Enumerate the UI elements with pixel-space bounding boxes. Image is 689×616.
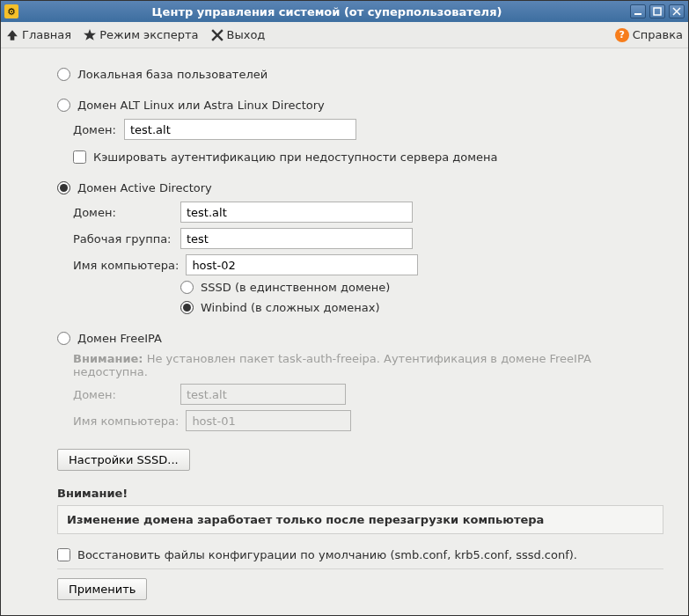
divider: [57, 568, 663, 569]
sssd-settings-button[interactable]: Настройки SSSD...: [57, 449, 190, 471]
maximize-button[interactable]: [649, 4, 665, 18]
radio-altlinux[interactable]: Домен ALT Linux или Astra Linux Director…: [57, 99, 663, 112]
ad-workgroup-input[interactable]: [180, 228, 413, 249]
ad-domain-input[interactable]: [180, 202, 413, 223]
radio-local-input[interactable]: [57, 68, 70, 81]
radio-freeipa-label: Домен FreeIPA: [77, 332, 162, 345]
radio-winbind-label: Winbind (в сложных доменах): [201, 301, 379, 314]
toolbar-exit-label: Выход: [227, 28, 266, 41]
toolbar-expert[interactable]: Режим эксперта: [84, 28, 198, 41]
radio-altlinux-input[interactable]: [57, 99, 70, 112]
radio-freeipa[interactable]: Домен FreeIPA: [57, 332, 663, 345]
ad-domain-label: Домен:: [73, 206, 173, 219]
radio-ad-label: Домен Active Directory: [77, 181, 212, 194]
up-arrow-icon: [6, 29, 18, 41]
radio-local-label: Локальная база пользователей: [77, 68, 268, 81]
app-icon: ⚙: [4, 4, 18, 18]
radio-sssd-input[interactable]: [180, 281, 194, 294]
toolbar: Главная Режим эксперта Выход ? Справка: [1, 22, 688, 48]
apply-button[interactable]: Применить: [57, 578, 147, 600]
altlinux-domain-label: Домен:: [73, 123, 117, 136]
svg-rect-1: [654, 8, 661, 15]
ad-computer-label: Имя компьютера:: [73, 259, 179, 272]
content-area: Локальная база пользователей Домен ALT L…: [1, 48, 688, 615]
altlinux-cache-checkbox[interactable]: Кэшировать аутентификацию при недоступно…: [73, 150, 663, 164]
ad-workgroup-label: Рабочая группа:: [73, 232, 173, 246]
freeipa-computer-input: [186, 410, 351, 431]
radio-sssd-label: SSSD (в единственном домене): [201, 281, 390, 294]
altlinux-domain-input[interactable]: [124, 119, 356, 140]
close-button[interactable]: [669, 4, 685, 18]
freeipa-warning-label: Внимание:: [73, 352, 143, 365]
warning-box: Изменение домена заработает только после…: [57, 505, 663, 534]
radio-sssd[interactable]: SSSD (в единственном домене): [180, 281, 663, 294]
titlebar: ⚙ Центр управления системой (от суперпол…: [1, 1, 688, 22]
radio-freeipa-input[interactable]: [57, 332, 70, 345]
toolbar-expert-label: Режим эксперта: [99, 28, 198, 41]
window-title: Центр управления системой (от суперпольз…: [24, 5, 630, 18]
help-icon: ?: [615, 28, 629, 42]
minimize-button[interactable]: [630, 4, 646, 18]
radio-altlinux-label: Домен ALT Linux или Astra Linux Director…: [77, 99, 325, 112]
radio-winbind-input[interactable]: [180, 301, 194, 314]
altlinux-cache-label: Кэшировать аутентификацию при недоступно…: [93, 150, 497, 164]
radio-ad[interactable]: Домен Active Directory: [57, 181, 663, 194]
toolbar-exit[interactable]: Выход: [211, 28, 266, 41]
window: ⚙ Центр управления системой (от суперпол…: [0, 0, 689, 616]
freeipa-computer-label: Имя компьютера:: [73, 414, 179, 428]
freeipa-warning-text: Не установлен пакет task-auth-freeipa. А…: [73, 352, 591, 378]
star-icon: [84, 29, 96, 41]
radio-winbind[interactable]: Winbind (в сложных доменах): [180, 301, 663, 314]
restore-defaults-checkbox[interactable]: Восстановить файлы конфигурации по умолч…: [57, 548, 663, 561]
radio-local[interactable]: Локальная база пользователей: [57, 68, 663, 81]
freeipa-domain-input: [180, 384, 346, 405]
freeipa-domain-label: Домен:: [73, 388, 173, 401]
toolbar-home[interactable]: Главная: [6, 28, 71, 41]
toolbar-help[interactable]: ? Справка: [615, 28, 683, 42]
altlinux-cache-input[interactable]: [73, 150, 86, 164]
close-icon: [211, 29, 224, 41]
restore-defaults-input[interactable]: [57, 548, 70, 561]
warning-title: Внимание!: [57, 487, 663, 500]
restore-defaults-label: Восстановить файлы конфигурации по умолч…: [77, 548, 577, 561]
radio-ad-input[interactable]: [57, 181, 70, 194]
ad-computer-input[interactable]: [186, 254, 418, 275]
toolbar-home-label: Главная: [22, 28, 71, 41]
toolbar-help-label: Справка: [633, 28, 683, 41]
